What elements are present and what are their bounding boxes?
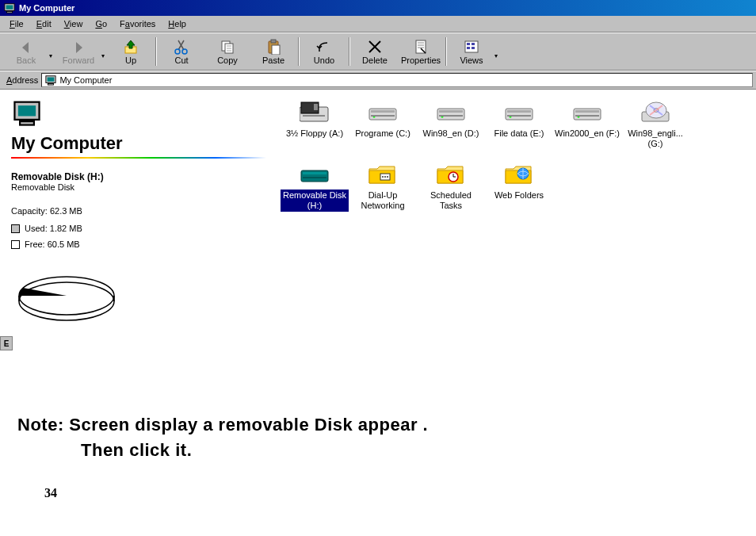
drive-item[interactable]: Web Folders: [485, 162, 553, 211]
used-row: Used: 1.82 MB: [11, 224, 266, 233]
used-swatch: [11, 224, 20, 233]
views-icon: [463, 39, 480, 55]
views-button[interactable]: Views: [449, 34, 494, 69]
back-button[interactable]: Back: [3, 34, 49, 69]
drive-item[interactable]: Scheduled Tasks: [417, 162, 485, 211]
cd-icon: [640, 100, 671, 125]
hdd-icon: [367, 100, 399, 125]
left-info-pane: My Computer Removable Disk (H:) Removabl…: [0, 90, 277, 383]
menu-edit[interactable]: Edit: [30, 17, 58, 30]
toolbar-separator: [155, 37, 157, 66]
menu-help[interactable]: Help: [162, 17, 193, 30]
explorer-window: My Computer File Edit View Go Favorites …: [0, 0, 756, 383]
e-tab[interactable]: E: [0, 336, 13, 350]
drive-label: Win2000_en (F:): [553, 128, 621, 140]
delete-button[interactable]: Delete: [352, 34, 398, 69]
titlebar: My Computer: [0, 0, 756, 16]
back-dropdown[interactable]: ▾: [49, 44, 55, 59]
drive-label: Programe (C:): [353, 128, 412, 140]
drive-item[interactable]: Removable Disk (H:): [281, 162, 349, 211]
menu-file[interactable]: File: [3, 17, 30, 30]
menu-favorites[interactable]: Favorites: [113, 17, 162, 30]
floppy-icon: [299, 100, 330, 125]
address-label: Address: [3, 75, 41, 85]
toolbar: Back ▾ Forward ▾ Up Cut Copy Paste Undo: [0, 33, 756, 71]
folder-sched-icon: [435, 162, 467, 187]
drive-label: Win98_engli... (G:): [621, 128, 689, 149]
address-value: My Computer: [59, 75, 112, 85]
free-row: Free: 60.5 MB: [11, 239, 266, 249]
toolbar-separator: [298, 37, 300, 66]
undo-icon: [315, 39, 333, 55]
drive-item[interactable]: Dial-Up Networking: [349, 162, 417, 211]
drive-label: 3½ Floppy (A:): [284, 128, 345, 140]
drive-item[interactable]: Programe (C:): [349, 100, 417, 149]
free-label: Free: 60.5 MB: [25, 239, 80, 249]
forward-icon: [70, 39, 87, 55]
cut-icon: [173, 39, 190, 55]
cut-button[interactable]: Cut: [158, 34, 204, 69]
content-area: My Computer Removable Disk (H:) Removabl…: [0, 90, 756, 383]
drive-item[interactable]: 3½ Floppy (A:): [281, 100, 349, 149]
properties-button[interactable]: Properties: [398, 34, 444, 69]
drive-item[interactable]: File data (E:): [485, 100, 553, 149]
forward-button[interactable]: Forward: [55, 34, 101, 69]
views-dropdown[interactable]: ▾: [494, 44, 501, 59]
addressbar: Address My Computer: [0, 71, 756, 90]
drive-label: Removable Disk (H:): [281, 190, 349, 211]
capacity-label: Capacity: 62.3 MB: [11, 206, 266, 216]
drive-label: Scheduled Tasks: [417, 190, 485, 211]
rainbow-divider: [11, 157, 266, 159]
drive-label: Dial-Up Networking: [349, 190, 417, 211]
note-text: Note: Screen display a removable Disk ap…: [0, 383, 756, 470]
copy-icon: [219, 39, 236, 55]
hdd-icon: [571, 100, 603, 125]
selection-type: Removable Disk: [11, 182, 266, 192]
free-swatch: [11, 240, 20, 249]
forward-dropdown[interactable]: ▾: [101, 44, 108, 59]
drive-item[interactable]: Win98_en (D:): [417, 100, 485, 149]
toolbar-separator: [445, 37, 447, 66]
selection-name: Removable Disk (H:): [11, 171, 266, 182]
delete-icon: [366, 39, 384, 55]
back-icon: [17, 39, 35, 55]
undo-button[interactable]: Undo: [301, 34, 347, 69]
page-title: My Computer: [11, 133, 266, 154]
drive-item[interactable]: Win98_engli... (G:): [621, 100, 689, 149]
menu-go[interactable]: Go: [89, 17, 113, 30]
menubar: File Edit View Go Favorites Help: [0, 16, 756, 33]
page-number: 34: [0, 470, 756, 500]
hdd-icon: [503, 100, 535, 125]
up-button[interactable]: Up: [108, 34, 154, 69]
computer-icon: [44, 75, 57, 86]
window-title: My Computer: [19, 3, 74, 13]
drive-label: File data (E:): [493, 128, 546, 140]
drive-label: Win98_en (D:): [422, 128, 481, 140]
menu-view[interactable]: View: [58, 17, 90, 30]
address-input[interactable]: My Computer: [41, 73, 753, 87]
drive-label: Web Folders: [493, 190, 545, 201]
hdd-icon: [435, 100, 467, 125]
removable-icon: [299, 162, 330, 187]
up-icon: [122, 39, 139, 55]
pie-chart: [11, 268, 130, 325]
drive-item[interactable]: Win2000_en (F:): [553, 100, 621, 149]
note-line-2: Then click it.: [17, 440, 746, 461]
paste-button[interactable]: Paste: [250, 34, 296, 69]
paste-icon: [265, 39, 282, 55]
folder-web-icon: [503, 162, 535, 187]
note-line-1: Note: Screen display a removable Disk ap…: [17, 415, 746, 435]
properties-icon: [412, 39, 430, 55]
copy-button[interactable]: Copy: [204, 34, 250, 69]
used-label: Used: 1.82 MB: [25, 224, 82, 233]
toolbar-separator: [349, 37, 350, 66]
computer-large-icon: [11, 98, 43, 127]
drive-icon-view: 3½ Floppy (A:)Programe (C:)Win98_en (D:)…: [277, 90, 756, 383]
computer-icon: [3, 2, 16, 13]
folder-dial-icon: [367, 162, 399, 187]
